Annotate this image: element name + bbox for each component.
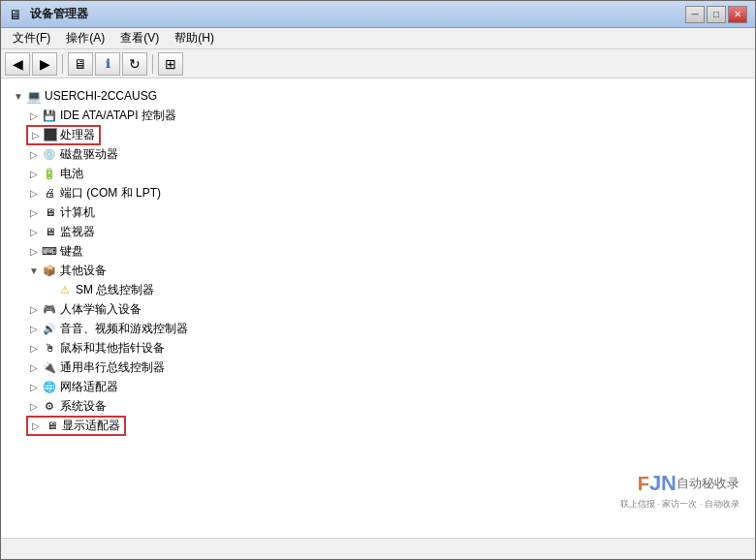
window-title: 设备管理器 [30,6,88,22]
tree-item-system[interactable]: ▷ ⚙ 系统设备 [24,396,747,416]
system-icon: ⚙ [42,398,57,414]
ide-icon: 💾 [42,108,57,123]
tree-item-ide[interactable]: ▷ 💾 IDE ATA/ATAPI 控制器 [24,106,747,125]
properties-button[interactable]: ⊞ [158,52,183,76]
watermark-tagline: 联上信报 · 家访一次 · 自动收录 [620,498,740,511]
battery-expand-icon: ▷ [26,166,42,181]
disk-expand-icon: ▷ [26,146,42,162]
device-manager-window: 🖥 设备管理器 ─ □ ✕ 文件(F) 操作(A) 查看(V) 帮助(H) ◀ … [0,0,756,560]
tree-view[interactable]: ▼ 💻 USERCHI-2CCAUSG ▷ 💾 IDE ATA/ATAPI 控制… [1,78,755,538]
toolbar-separator-2 [152,54,153,74]
tree-item-monitor[interactable]: ▷ 🖥 监视器 [24,222,747,241]
watermark-prefix: F [638,473,649,495]
system-expand-icon: ▷ [26,398,42,414]
menu-action[interactable]: 操作(A) [58,28,112,48]
main-content: ▼ 💻 USERCHI-2CCAUSG ▷ 💾 IDE ATA/ATAPI 控制… [1,78,755,538]
display-label: 显示适配器 [62,418,120,434]
toolbar-separator-1 [62,54,63,74]
root-label: USERCHI-2CCAUSG [45,89,157,103]
port-label: 端口 (COM 和 LPT) [60,185,161,202]
window-icon: 🖥 [9,7,24,22]
computer-button[interactable]: 🖥 [68,52,93,76]
other-expand-icon: ▼ [26,263,42,278]
back-button[interactable]: ◀ [5,52,30,76]
hid-icon: 🎮 [42,301,57,317]
hid-label: 人体学输入设备 [60,301,142,318]
sm-label: SM 总线控制器 [76,282,154,298]
tree-item-serial[interactable]: ▷ 🔌 通用串行总线控制器 [24,358,747,377]
device-tree: ▼ 💻 USERCHI-2CCAUSG ▷ 💾 IDE ATA/ATAPI 控制… [5,82,751,439]
title-controls: ─ □ ✕ [685,6,747,23]
tree-root[interactable]: ▼ 💻 USERCHI-2CCAUSG [9,86,747,106]
toolbar: ◀ ▶ 🖥 ℹ ↻ ⊞ [1,49,755,78]
status-bar [1,538,755,559]
sm-icon: ⚠ [57,282,73,297]
tree-item-mouse[interactable]: ▷ 🖱 鼠标和其他指针设备 [24,338,747,358]
hid-expand-icon: ▷ [26,301,42,317]
other-label: 其他设备 [60,263,107,279]
menu-help[interactable]: 帮助(H) [167,28,222,48]
watermark-jn: JN [649,471,677,496]
close-button[interactable]: ✕ [728,6,747,23]
keyboard-expand-icon: ▷ [26,243,42,259]
menu-file[interactable]: 文件(F) [5,28,58,48]
port-expand-icon: ▷ [26,185,42,201]
tree-item-audio[interactable]: ▷ 🔊 音音、视频和游戏控制器 [24,319,747,338]
keyboard-label: 键盘 [60,243,83,260]
network-icon: 🌐 [42,379,57,394]
battery-icon: 🔋 [42,166,57,181]
audio-label: 音音、视频和游戏控制器 [60,321,188,337]
monitor-icon: 🖥 [42,224,57,239]
info-button[interactable]: ℹ [95,52,120,76]
watermark-suffix: 自动秘收录 [677,475,740,492]
mouse-label: 鼠标和其他指针设备 [60,340,165,357]
title-bar-left: 🖥 设备管理器 [9,6,88,22]
disk-label: 磁盘驱动器 [60,146,118,163]
watermark: F JN 自动秘收录 联上信报 · 家访一次 · 自动收录 [620,471,740,511]
root-computer-icon: 💻 [26,88,42,104]
scan-button[interactable]: ↻ [122,52,147,76]
tree-item-battery[interactable]: ▷ 🔋 电池 [24,164,747,183]
root-expand-icon: ▼ [11,88,26,104]
tree-item-processor[interactable]: ▷ 处理器 [24,125,103,144]
keyboard-icon: ⌨ [42,243,57,259]
other-icon: 📦 [42,263,57,278]
mouse-expand-icon: ▷ [26,340,42,356]
serial-label: 通用串行总线控制器 [60,359,165,376]
sm-expand-icon [42,282,57,297]
tree-item-display[interactable]: ▷ 🖥 显示适配器 [24,416,128,435]
tree-item-hid[interactable]: ▷ 🎮 人体学输入设备 [24,299,747,319]
tree-item-sm[interactable]: ⚠ SM 总线控制器 [40,280,747,299]
menu-view[interactable]: 查看(V) [112,28,167,48]
ide-expand-icon: ▷ [26,108,42,123]
title-bar: 🖥 设备管理器 ─ □ ✕ [1,1,755,28]
processor-expand-icon: ▷ [28,127,44,142]
network-label: 网络适配器 [60,379,118,395]
ide-label: IDE ATA/ATAPI 控制器 [60,108,176,124]
tree-item-keyboard[interactable]: ▷ ⌨ 键盘 [24,241,747,261]
processor-label: 处理器 [60,127,95,143]
battery-label: 电池 [60,166,83,182]
audio-expand-icon: ▷ [26,321,42,336]
display-expand-icon: ▷ [28,418,44,433]
port-icon: 🖨 [42,185,57,201]
menu-bar: 文件(F) 操作(A) 查看(V) 帮助(H) [1,28,755,49]
tree-item-port[interactable]: ▷ 🖨 端口 (COM 和 LPT) [24,183,747,202]
tree-item-other[interactable]: ▼ 📦 其他设备 [24,261,747,280]
tree-item-disk[interactable]: ▷ 💿 磁盘驱动器 [24,144,747,164]
computer-label: 计算机 [60,204,95,221]
disk-icon: 💿 [42,146,57,162]
tree-item-computer[interactable]: ▷ 🖥 计算机 [24,202,747,222]
serial-expand-icon: ▷ [26,359,42,375]
serial-icon: 🔌 [42,359,57,375]
computer-tree-icon: 🖥 [42,204,57,220]
forward-button[interactable]: ▶ [32,52,57,76]
audio-icon: 🔊 [42,321,57,336]
watermark-logo-area: F JN 自动秘收录 [638,471,740,496]
maximize-button[interactable]: □ [707,6,726,23]
system-label: 系统设备 [60,398,107,415]
processor-icon [44,128,57,141]
minimize-button[interactable]: ─ [685,6,705,23]
tree-item-network[interactable]: ▷ 🌐 网络适配器 [24,377,747,396]
computer-expand-icon: ▷ [26,204,42,220]
